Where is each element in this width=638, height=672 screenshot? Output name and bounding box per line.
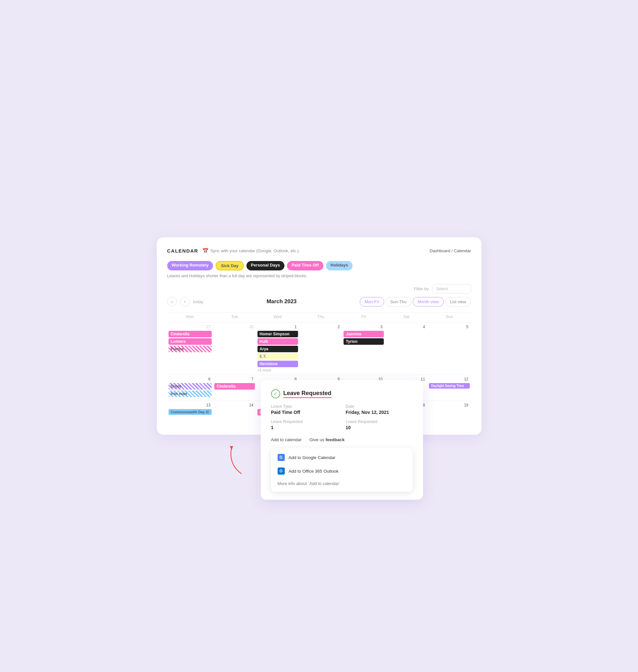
add-to-calendar-button[interactable]: Add to calendar [271,437,302,442]
daynum-2: 2 [301,325,341,329]
daynum-4: 4 [386,325,426,329]
event-cinderella-2[interactable]: Cinderella [214,383,254,390]
day-mar14: 14 [213,401,256,419]
event-et-1[interactable]: E.T. [257,353,298,360]
popup-title: Leave Requested [283,390,332,398]
popup-grid: Leave Type Paid Time Off Date Friday, No… [271,404,413,430]
daynum-1: 1 [257,325,298,329]
events-mar7: Cinderella [214,383,254,390]
header-row: CALENDAR 📅 Sync with your calendar (Goog… [167,248,471,254]
leave-req-value-1: 1 [271,425,338,430]
daynum-28: 28 [214,325,254,329]
view-list[interactable]: List view [445,297,471,306]
events-mar13: Commonwealth Day (C [168,409,212,416]
add-google-item[interactable]: G Add to Google Calendar [271,451,413,464]
outlook-label: Add to Office 365 Outlook [289,469,339,474]
day-feb28: 28 [213,323,256,375]
calendar-card: CALENDAR 📅 Sync with your calendar (Goog… [157,237,482,435]
date-block: Date Friday, Nov 12, 2021 [346,404,413,415]
tag-personal-days[interactable]: Personal Days [247,261,285,270]
sync-icon: 📅 [202,248,209,254]
event-pumba-1[interactable]: Pumba [168,346,212,352]
event-arya-1[interactable]: Arya [257,346,298,352]
nav-left: ‹ › today [167,297,204,306]
google-label: Add to Google Calendar [289,455,336,460]
event-cinderella-1[interactable]: Cinderella [168,331,212,337]
col-thu: Thu [299,313,342,323]
leave-popup: ✓ Leave Requested Leave Type Paid Time O… [261,380,423,500]
day-mar4: 4 [385,323,427,375]
tag-working-remotely[interactable]: Working Remotely [167,261,213,270]
breadcrumb: Dashboard / Calendar [430,248,471,253]
col-sun: Sun [427,313,471,323]
col-mon: Mon [167,313,213,323]
event-hulk-1[interactable]: Hulk [257,338,298,345]
day-mar3: 3 Jasmine Tyrion [342,323,385,375]
feedback-label-strong: feedback [326,437,345,442]
leave-type-value: Paid Time Off [271,410,338,415]
date-value: Friday, Nov 12, 2021 [346,410,413,415]
more-link-1[interactable]: +2 more [257,368,298,372]
page-title: CALENDAR [167,248,198,254]
leave-req-label-2: Leave Requested [346,419,413,424]
daynum-3: 3 [343,325,384,329]
give-feedback-button[interactable]: Give us feedback [309,437,345,442]
leave-requested-block-2: Leave Requested 10 [346,419,413,430]
col-fri: Fri [342,313,385,323]
filter-row: Filter by Select [167,284,471,293]
more-info-link[interactable]: More info about `Add to calendar` [271,478,413,489]
event-ironman-1[interactable]: Iron man [168,390,212,397]
leave-requested-block-1: Leave Requested 1 [271,419,338,430]
day-mar7: 7 Cinderella [213,375,256,401]
nav-row: ‹ › today March 2023 Mon-Fri Sun-Thu Mon… [167,297,471,306]
view-sunthu[interactable]: Sun-Thu [385,297,412,306]
event-groot-1[interactable]: Groot [168,383,212,390]
breadcrumb-current: Calendar [454,248,471,253]
prev-arrow[interactable]: ‹ [167,297,177,306]
sync-text: Sync with your calendar (Google, Outlook… [211,248,299,253]
col-tue: Tue [213,313,256,323]
tags-row: Working Remotely Sick Day Personal Days … [167,261,471,270]
view-toggle: Mon-Fri Sun-Thu Month view List view [360,297,471,306]
events-mar6: Groot Iron man [168,383,212,398]
daynum-5: 5 [429,325,470,329]
tag-holidays[interactable]: Holidays [326,261,353,270]
view-month[interactable]: Month view [413,297,444,306]
events-mar1: Homer Simpson Hulk Arya E.T. Hermione +2… [257,331,298,372]
svg-marker-0 [230,446,233,450]
daynum-27: 27 [168,325,212,329]
day-feb27: 27 Cinderella Lumiere Pumba [167,323,213,375]
tag-paid-time-off[interactable]: Paid Time Off [287,261,323,270]
filter-select[interactable]: Select [432,284,471,293]
event-lumiere-1[interactable]: Lumiere [168,338,212,345]
popup-actions: Add to calendar Give us feedback [271,437,413,442]
col-wed: Wed [256,313,299,323]
event-hermione-1[interactable]: Hermione [257,361,298,367]
event-commonwealth-1[interactable]: Commonwealth Day (C [168,409,212,415]
daynum-7: 7 [214,377,254,382]
col-sat: Sat [385,313,427,323]
day-mar13: 13 Commonwealth Day (C [167,401,213,419]
event-jasmine-1[interactable]: Jasmine [343,331,384,337]
popup-wrapper: ✓ Leave Requested Leave Type Paid Time O… [261,380,482,500]
leave-type-label: Leave Type [271,404,338,409]
event-tyrion-1[interactable]: Tyrion [343,338,384,345]
outer-wrapper: CALENDAR 📅 Sync with your calendar (Goog… [157,237,482,435]
leave-req-value-2: 10 [346,425,413,430]
date-label: Date [346,404,413,409]
breadcrumb-sep: / [451,248,453,253]
sync-link[interactable]: 📅 Sync with your calendar (Google, Outlo… [202,248,299,254]
tag-sick-day[interactable]: Sick Day [216,261,244,270]
next-arrow[interactable]: › [180,297,190,306]
view-monfri[interactable]: Mon-Fri [360,297,384,306]
breadcrumb-home[interactable]: Dashboard [430,248,450,253]
add-outlook-item[interactable]: O Add to Office 365 Outlook [271,464,413,478]
today-button[interactable]: today [193,299,204,304]
daynum-14: 14 [214,403,254,407]
header-left: CALENDAR 📅 Sync with your calendar (Goog… [167,248,299,254]
events-mar3: Jasmine Tyrion [343,331,384,346]
leaves-note: Leaves and Holidays shorter than a full … [167,274,471,278]
event-homer-1[interactable]: Homer Simpson [257,331,298,337]
day-mar5: 5 [427,323,471,375]
outlook-icon: O [278,468,285,475]
